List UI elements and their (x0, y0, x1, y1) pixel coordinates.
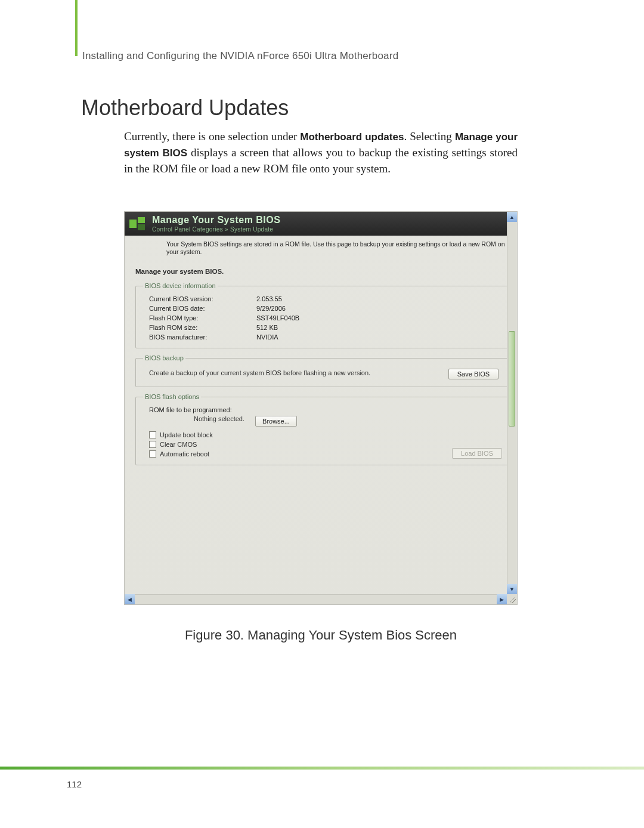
resize-grip-icon[interactable] (507, 594, 517, 604)
vertical-scrollbar-thumb[interactable] (509, 331, 515, 427)
vertical-scrollbar[interactable] (507, 212, 517, 594)
checkbox-label: Update boot block (160, 431, 213, 438)
page-number: 112 (67, 779, 82, 789)
clear-cmos-checkbox[interactable]: Clear CMOS (143, 440, 213, 449)
body-text-1: Currently, there is one selection under (124, 130, 300, 143)
info-value: 2.053.55 (256, 295, 282, 302)
update-boot-block-checkbox[interactable]: Update boot block (143, 430, 213, 440)
svg-rect-2 (138, 224, 145, 230)
body-text-1b: . Selecting (404, 130, 455, 143)
info-label: Flash ROM size: (149, 324, 256, 331)
panel-intro-text: Your System BIOS settings are stored in … (125, 236, 517, 265)
left-margin-rule (75, 0, 78, 56)
checkbox-icon (149, 431, 156, 438)
bios-backup-text: Create a backup of your current system B… (149, 369, 370, 377)
panel-header: Manage Your System BIOS Control Panel Ca… (125, 212, 517, 236)
info-row: Flash ROM type: SST49LF040B (143, 313, 502, 323)
body-bold-1: Motherboard updates (300, 131, 404, 143)
svg-rect-0 (129, 220, 137, 228)
figure-caption: Figure 30. Managing Your System Bios Scr… (124, 628, 518, 643)
checkbox-icon (149, 450, 156, 458)
checkbox-label: Automatic reboot (160, 450, 209, 458)
bios-device-info-legend: BIOS device information (143, 282, 218, 289)
info-row: Current BIOS version: 2.053.55 (143, 294, 502, 304)
scroll-right-button[interactable]: ▶ (497, 594, 507, 604)
info-value: SST49LF040B (256, 314, 299, 322)
info-row: BIOS manufacturer: NVIDIA (143, 332, 502, 342)
info-row: Flash ROM size: 512 KB (143, 323, 502, 332)
horizontal-scrollbar[interactable] (125, 594, 517, 604)
info-label: Current BIOS version: (149, 295, 256, 302)
footer-divider (0, 767, 644, 770)
bios-backup-group: BIOS backup Create a backup of your curr… (135, 354, 510, 387)
svg-rect-1 (138, 217, 145, 223)
section-heading: Motherboard Updates (81, 95, 289, 121)
section-body: Currently, there is one selection under … (124, 129, 518, 177)
panel-section-label: Manage your system BIOS. (125, 265, 517, 280)
bios-device-info-group: BIOS device information Current BIOS ver… (135, 282, 510, 348)
checkbox-icon (149, 441, 156, 448)
nvidia-logo-icon (129, 216, 146, 231)
info-label: Current BIOS date: (149, 305, 256, 312)
info-value: 512 KB (256, 324, 278, 331)
save-bios-button[interactable]: Save BIOS (448, 369, 499, 379)
browse-button[interactable]: Browse... (255, 416, 297, 427)
rom-file-label-row: ROM file to be programmed: (143, 405, 502, 415)
rom-file-label: ROM file to be programmed: (149, 406, 256, 413)
bios-backup-legend: BIOS backup (143, 354, 185, 362)
rom-file-value: Nothing selected. (149, 415, 244, 422)
panel-breadcrumb: Control Panel Categories » System Update (152, 226, 280, 233)
bios-flash-legend: BIOS flash options (143, 393, 201, 400)
scroll-down-button[interactable]: ▼ (507, 584, 517, 594)
info-label: BIOS manufacturer: (149, 333, 256, 341)
automatic-reboot-checkbox[interactable]: Automatic reboot (143, 449, 213, 459)
info-label: Flash ROM type: (149, 314, 256, 322)
bios-flash-group: BIOS flash options ROM file to be progra… (135, 393, 510, 465)
checkbox-label: Clear CMOS (160, 441, 197, 448)
bios-panel-screenshot: Manage Your System BIOS Control Panel Ca… (124, 211, 518, 605)
scroll-left-button[interactable]: ◀ (125, 594, 135, 604)
info-row: Current BIOS date: 9/29/2006 (143, 304, 502, 313)
panel-title: Manage Your System BIOS (152, 215, 280, 225)
info-value: 9/29/2006 (256, 305, 286, 312)
load-bios-button[interactable]: Load BIOS (452, 448, 502, 459)
info-value: NVIDIA (256, 333, 278, 341)
scroll-up-button[interactable]: ▲ (507, 212, 517, 222)
page-header-path: Installing and Configuring the NVIDIA nF… (82, 50, 398, 62)
